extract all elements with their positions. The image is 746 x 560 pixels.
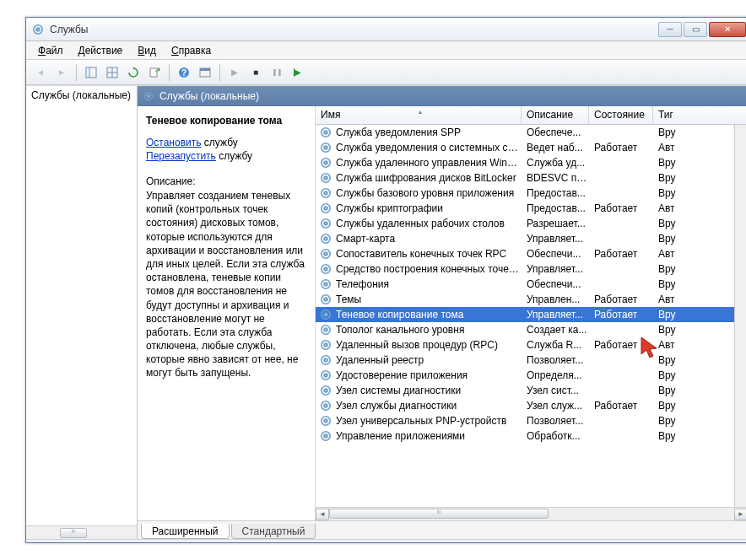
service-row[interactable]: Узел универсальных PNP-устройствПозволяе…: [316, 413, 734, 428]
maximize-button[interactable]: ▭: [684, 22, 707, 37]
window-title: Службы: [50, 24, 658, 35]
service-icon: [319, 156, 332, 170]
minimize-button[interactable]: ─: [658, 22, 682, 37]
col-state[interactable]: Состояние: [589, 106, 653, 124]
row-name: Службы криптографии: [336, 202, 522, 214]
row-desc: Разрешает...: [522, 218, 589, 229]
menu-action[interactable]: Действие: [72, 43, 130, 58]
service-row[interactable]: Службы криптографииПредостав...РаботаетА…: [316, 201, 734, 216]
row-desc: Позволяет...: [522, 415, 589, 427]
start-service-button[interactable]: [225, 63, 244, 82]
row-desc: Узел служ...: [522, 400, 589, 412]
service-row[interactable]: Службы базового уровня приложенияПредост…: [316, 186, 734, 201]
tab-extended[interactable]: Расширенный: [141, 524, 230, 539]
tab-standard[interactable]: Стандартный: [231, 524, 316, 539]
tree-node-services[interactable]: Службы (локальные): [26, 86, 137, 105]
svg-point-53: [324, 419, 327, 423]
title-bar[interactable]: Службы ─ ▭ ✕: [26, 18, 746, 41]
nav-forward-button[interactable]: [52, 63, 71, 82]
row-type: Вру: [653, 233, 734, 245]
menu-help[interactable]: Справка: [165, 43, 218, 58]
row-name: Служба уведомления о системных соб...: [336, 142, 522, 153]
help-button[interactable]: ?: [175, 63, 193, 82]
row-name: Средство построения конечных точек ...: [336, 263, 522, 275]
close-button[interactable]: ✕: [709, 22, 746, 37]
service-row[interactable]: Удаленный реестрПозволяет...Вру: [316, 353, 734, 368]
description-text: Управляет созданием теневых копий (контр…: [146, 189, 306, 380]
restart-service-button[interactable]: [289, 63, 307, 82]
service-icon: [319, 171, 332, 185]
service-row[interactable]: Теневое копирование томаУправляет...Рабо…: [316, 307, 734, 322]
toolbar-separator: [219, 64, 220, 81]
service-row[interactable]: Служба уведомления SPPОбеспече...Вру: [316, 125, 734, 140]
row-name: Служба шифрования дисков BitLocker: [336, 172, 522, 184]
svg-point-41: [324, 328, 327, 331]
service-row[interactable]: Служба шифрования дисков BitLockerBDESVC…: [316, 170, 734, 186]
row-type: Вру: [653, 309, 734, 320]
vertical-scrollbar[interactable]: [734, 125, 746, 507]
svg-point-47: [324, 374, 327, 377]
service-row[interactable]: Средство построения конечных точек ...Уп…: [316, 261, 734, 277]
col-name[interactable]: Имя▴: [316, 106, 522, 124]
row-desc: Предостав...: [522, 187, 589, 199]
horizontal-scrollbar[interactable]: ◄ lll ►: [316, 507, 746, 520]
service-row[interactable]: Службы удаленных рабочих столовРазрешает…: [316, 216, 734, 231]
row-desc: Служба уд...: [522, 157, 589, 169]
menu-view[interactable]: Вид: [131, 43, 163, 58]
service-row[interactable]: Служба удаленного управления Windo...Слу…: [316, 155, 734, 170]
col-type[interactable]: Тиг: [653, 106, 746, 124]
row-state: Работает: [589, 309, 653, 320]
service-row[interactable]: Узел системы диагностикиУзел сист...Вру: [316, 383, 734, 398]
service-row[interactable]: Управление приложениямиОбработк...Вру: [316, 428, 734, 444]
service-row[interactable]: ТелефонияОбеспечи...Вру: [316, 277, 734, 292]
service-row[interactable]: Узел службы диагностикиУзел служ...Работ…: [316, 398, 734, 413]
svg-point-27: [324, 222, 327, 225]
service-row[interactable]: Тополог канального уровняСоздает ка...Вр…: [316, 322, 734, 337]
properties-button[interactable]: [103, 63, 122, 82]
row-name: Управление приложениями: [336, 430, 522, 442]
col-desc[interactable]: Описание: [522, 106, 589, 124]
svg-point-25: [324, 207, 327, 210]
svg-point-33: [324, 267, 327, 271]
svg-text:?: ?: [181, 68, 186, 78]
services-list: Имя▴ Описание Состояние Тиг Служба уведо…: [315, 106, 746, 520]
export-button[interactable]: [145, 63, 164, 82]
refresh-button[interactable]: [124, 63, 143, 82]
service-row[interactable]: Сопоставитель конечных точек RPCОбеспечи…: [316, 246, 734, 261]
svg-point-37: [324, 298, 327, 301]
row-type: Вру: [653, 127, 734, 138]
pause-service-button[interactable]: [268, 63, 286, 82]
stop-link[interactable]: Остановить: [146, 137, 202, 148]
row-desc: Позволяет...: [522, 354, 589, 366]
service-icon: [319, 202, 332, 215]
svg-rect-7: [150, 68, 157, 77]
row-state: Работает: [589, 293, 653, 305]
menu-file[interactable]: Файл: [31, 43, 70, 58]
scroll-left-button[interactable]: ◄: [316, 509, 329, 520]
show-hide-tree-button[interactable]: [82, 63, 100, 82]
service-icon: [319, 399, 332, 412]
column-headers: Имя▴ Описание Состояние Тиг: [316, 106, 746, 125]
row-desc: Управляет...: [522, 263, 589, 275]
detail-pane: Теневое копирование тома Остановить служ…: [138, 106, 315, 520]
panel-icon: [85, 67, 97, 78]
scroll-right-button[interactable]: ►: [734, 509, 746, 520]
service-icon: [319, 308, 332, 321]
svg-point-31: [324, 252, 327, 256]
refresh-icon: [127, 67, 139, 78]
nav-back-button[interactable]: [31, 63, 50, 82]
row-type: Вру: [653, 187, 734, 199]
sidebar-hscroll[interactable]: lll: [26, 525, 137, 539]
service-row[interactable]: Удостоверение приложенияОпределя...Вру: [316, 368, 734, 383]
service-row[interactable]: Смарт-картаУправляет...Вру: [316, 231, 734, 246]
svg-point-49: [324, 389, 327, 392]
scroll-thumb[interactable]: lll: [329, 509, 549, 519]
row-type: Вру: [653, 385, 734, 396]
stop-service-button[interactable]: [246, 63, 265, 82]
service-row[interactable]: Удаленный вызов процедур (RPC)Служба R..…: [316, 337, 734, 353]
restart-link[interactable]: Перезапустить: [146, 150, 216, 162]
service-row[interactable]: Служба уведомления о системных соб...Вед…: [316, 140, 734, 155]
row-name: Службы базового уровня приложения: [336, 187, 522, 199]
service-row[interactable]: ТемыУправлен...РаботаетАвт: [316, 292, 734, 307]
props-button[interactable]: [196, 63, 214, 82]
